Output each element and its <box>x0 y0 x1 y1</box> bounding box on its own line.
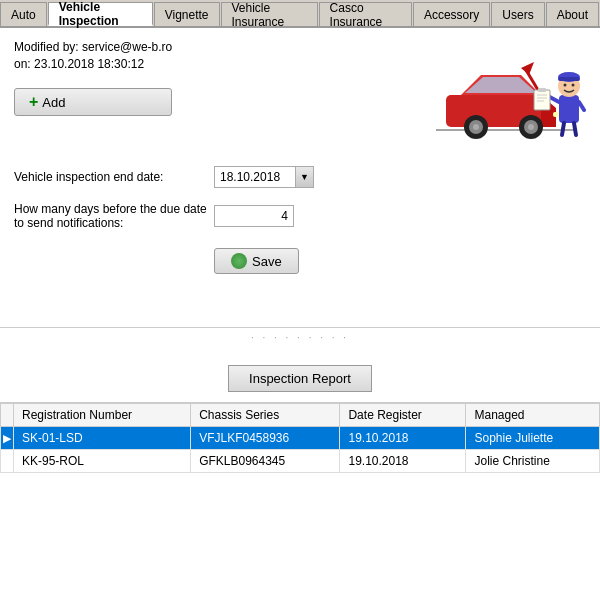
col-chassis: Chassis Series <box>191 404 340 427</box>
svg-point-9 <box>473 124 479 130</box>
svg-point-18 <box>564 84 567 87</box>
modified-by-label: Modified by: <box>14 40 79 54</box>
header-row: Registration Number Chassis Series Date … <box>1 404 600 427</box>
table-header: Registration Number Chassis Series Date … <box>1 404 600 427</box>
table-wrapper[interactable]: Registration Number Chassis Series Date … <box>0 403 600 600</box>
col-managed: Managed <box>466 404 600 427</box>
top-row: Modified by: service@we-b.ro on: 23.10.2… <box>14 40 586 150</box>
tab-accessory[interactable]: Accessory <box>413 2 490 26</box>
info-section: Modified by: service@we-b.ro on: 23.10.2… <box>14 40 172 74</box>
cell-chassis: VFJLKF0458936 <box>191 427 340 450</box>
save-button-label: Save <box>252 254 282 269</box>
add-button[interactable]: + Add <box>14 88 172 116</box>
svg-rect-17 <box>558 77 580 81</box>
table-body: ▶SK-01-LSDVFJLKF045893619.10.2018Sophie … <box>1 427 600 473</box>
on-value: 23.10.2018 18:30:12 <box>34 57 144 71</box>
tab-casco-insurance[interactable]: Casco Insurance <box>319 2 412 26</box>
date-dropdown-button[interactable]: ▼ <box>295 167 313 187</box>
svg-point-12 <box>528 124 534 130</box>
cell-date_register: 19.10.2018 <box>340 450 466 473</box>
date-input-wrapper: ▼ <box>214 166 314 188</box>
modified-by-value: service@we-b.ro <box>82 40 172 54</box>
save-icon <box>231 253 247 269</box>
cell-reg_number: SK-01-LSD <box>14 427 191 450</box>
tab-vignette[interactable]: Vignette <box>154 2 220 26</box>
days-label: How many days before the due date to sen… <box>14 202 214 230</box>
cell-indicator: ▶ <box>1 427 14 450</box>
tab-users[interactable]: Users <box>491 2 544 26</box>
svg-line-21 <box>579 102 584 110</box>
svg-marker-4 <box>465 77 537 93</box>
svg-line-23 <box>574 123 576 135</box>
tab-auto[interactable]: Auto <box>0 2 47 26</box>
end-date-input[interactable] <box>215 168 295 186</box>
tab-vehicle-inspection[interactable]: Vehicle Inspection <box>48 2 153 26</box>
inspection-report-button[interactable]: Inspection Report <box>228 365 372 392</box>
report-section: Inspection Report <box>0 347 600 403</box>
car-illustration-svg <box>426 40 586 150</box>
svg-marker-6 <box>521 62 534 75</box>
modified-by-line: Modified by: service@we-b.ro <box>14 40 172 54</box>
on-label: on: <box>14 57 31 71</box>
table-row[interactable]: ▶SK-01-LSDVFJLKF045893619.10.2018Sophie … <box>1 427 600 450</box>
main-content: Modified by: service@we-b.ro on: 23.10.2… <box>0 28 600 328</box>
table-section: Registration Number Chassis Series Date … <box>0 403 600 600</box>
svg-rect-24 <box>534 90 550 110</box>
tab-bar: AutoVehicle InspectionVignetteVehicle In… <box>0 0 600 28</box>
svg-rect-14 <box>559 95 579 123</box>
separator: · · · · · · · · · <box>0 328 600 347</box>
data-table: Registration Number Chassis Series Date … <box>0 403 600 473</box>
days-row: How many days before the due date to sen… <box>14 202 586 230</box>
add-plus-icon: + <box>29 93 38 111</box>
cell-managed: Jolie Christine <box>466 450 600 473</box>
col-date-register: Date Register <box>340 404 466 427</box>
tab-vehicle-insurance[interactable]: Vehicle Insurance <box>221 2 318 26</box>
days-input[interactable] <box>214 205 294 227</box>
save-button[interactable]: Save <box>214 248 299 274</box>
cell-indicator <box>1 450 14 473</box>
svg-line-22 <box>562 123 564 135</box>
col-reg-number: Registration Number <box>14 404 191 427</box>
illustration <box>426 40 586 150</box>
cell-chassis: GFKLB0964345 <box>191 450 340 473</box>
inspection-report-label: Inspection Report <box>249 371 351 386</box>
tab-about[interactable]: About <box>546 2 599 26</box>
add-button-label: Add <box>42 95 65 110</box>
on-line: on: 23.10.2018 18:30:12 <box>14 57 172 71</box>
end-date-label: Vehicle inspection end date: <box>14 170 214 184</box>
end-date-row: Vehicle inspection end date: ▼ <box>14 166 586 188</box>
table-row[interactable]: KK-95-ROLGFKLB096434519.10.2018Jolie Chr… <box>1 450 600 473</box>
cell-date_register: 19.10.2018 <box>340 427 466 450</box>
info-add: Modified by: service@we-b.ro on: 23.10.2… <box>14 40 172 116</box>
cell-managed: Sophie Juliette <box>466 427 600 450</box>
col-indicator <box>1 404 14 427</box>
cell-reg_number: KK-95-ROL <box>14 450 191 473</box>
svg-point-19 <box>572 84 575 87</box>
svg-rect-28 <box>538 88 546 92</box>
